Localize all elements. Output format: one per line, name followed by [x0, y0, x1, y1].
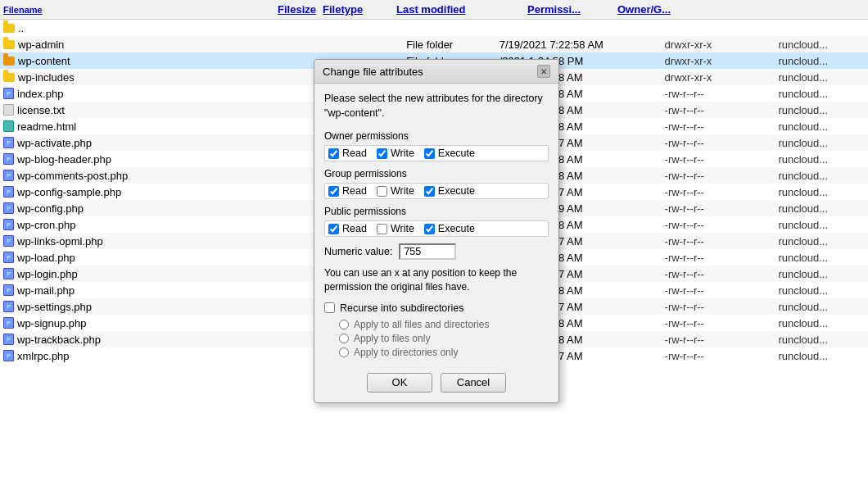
group-write-checkbox[interactable] [377, 186, 387, 197]
modal-body: Please select the new attributes for the… [314, 84, 558, 366]
cell-perms: -rw-r--r-- [662, 134, 775, 151]
owner-execute-check[interactable]: Execute [424, 148, 475, 159]
recurse-checkbox[interactable] [324, 302, 335, 313]
cell-filename: wp-content [0, 52, 320, 69]
cell-filename: wp-admin [0, 36, 320, 52]
owner-execute-label: Execute [438, 148, 475, 159]
radio-files-input[interactable] [339, 334, 349, 343]
php-icon: P [3, 317, 14, 329]
col-header-filename[interactable]: Filename [3, 5, 257, 15]
cell-perms: -rw-r--r-- [662, 298, 775, 315]
cell-filename: Pwp-comments-post.php [0, 167, 320, 184]
cell-owner: runcloud... [775, 102, 868, 118]
cell-perms: -rw-r--r-- [662, 282, 775, 298]
cell-filename: Pwp-activate.php [0, 134, 320, 151]
cell-perms: -rw-r--r-- [662, 266, 775, 282]
cell-owner: runcloud... [775, 216, 868, 233]
table-row[interactable]: .. [0, 20, 868, 36]
public-read-check[interactable]: Read [328, 223, 367, 234]
cell-perms: -rw-r--r-- [662, 347, 775, 364]
public-write-checkbox[interactable] [377, 224, 387, 234]
cell-filetype [403, 20, 496, 36]
group-write-label: Write [391, 185, 414, 197]
cell-modified [496, 20, 662, 36]
change-attributes-modal: Change file attributes ✕ Please select t… [314, 59, 559, 403]
owner-write-check[interactable]: Write [377, 148, 414, 159]
php-icon: P [3, 235, 14, 247]
cell-filesize [320, 36, 403, 52]
cell-filename: Pwp-cron.php [0, 216, 320, 233]
table-row[interactable]: wp-admin File folder 7/19/2021 7:22:58 A… [0, 36, 868, 52]
php-icon: P [3, 301, 14, 312]
cancel-button[interactable]: Cancel [441, 373, 506, 393]
recurse-label: Recurse into subdirectories [340, 302, 463, 314]
php-icon: P [3, 252, 14, 263]
public-perms-row: Read Write Execute [324, 220, 549, 237]
col-header-perms[interactable]: Permissi... [527, 3, 617, 16]
cell-perms: drwxr-xr-x [662, 69, 775, 85]
public-write-check[interactable]: Write [377, 223, 414, 234]
radio-dirs-label: Apply to directories only [354, 347, 458, 358]
cell-owner [775, 20, 868, 36]
folder-selected-icon [3, 57, 15, 66]
cell-owner: runcloud... [775, 36, 868, 52]
recurse-row: Recurse into subdirectories [324, 302, 549, 314]
cell-filename: Pwp-links-opml.php [0, 233, 320, 249]
cell-perms: -rw-r--r-- [662, 167, 775, 184]
public-execute-label: Execute [438, 223, 475, 234]
ok-button[interactable]: OK [367, 373, 432, 393]
owner-read-label: Read [342, 148, 367, 159]
php-icon: P [3, 170, 14, 181]
php-icon: P [3, 334, 14, 345]
public-read-checkbox[interactable] [328, 224, 339, 234]
col-header-filetype[interactable]: Filetype [323, 3, 396, 16]
radio-all-files-dirs[interactable]: Apply to all files and directories [339, 319, 549, 330]
group-read-check[interactable]: Read [328, 185, 367, 197]
php-icon: P [3, 186, 14, 198]
cell-owner: runcloud... [775, 298, 868, 315]
group-perms-label: Group permissions [324, 168, 549, 179]
group-perms-row: Read Write Execute [324, 183, 549, 199]
public-execute-checkbox[interactable] [424, 224, 435, 234]
owner-perms-row: Read Write Execute [324, 145, 549, 161]
close-button[interactable]: ✕ [537, 65, 550, 78]
public-execute-check[interactable]: Execute [424, 223, 475, 234]
php-icon: P [3, 88, 14, 99]
numeric-input[interactable] [399, 243, 456, 260]
col-header-filesize[interactable]: Filesize [257, 3, 323, 16]
group-execute-check[interactable]: Execute [424, 185, 475, 197]
folder-icon [3, 24, 15, 33]
folder-icon [3, 73, 15, 82]
radio-group: Apply to all files and directories Apply… [339, 319, 549, 358]
group-read-label: Read [342, 185, 367, 197]
owner-read-check[interactable]: Read [328, 148, 367, 159]
radio-dirs-input[interactable] [339, 347, 349, 357]
col-header-owner[interactable]: Owner/G... [617, 3, 691, 16]
radio-all-input[interactable] [339, 320, 349, 329]
cell-modified: 7/19/2021 7:22:58 AM [496, 36, 662, 52]
cell-perms: -rw-r--r-- [662, 151, 775, 167]
radio-files-only[interactable]: Apply to files only [339, 333, 549, 344]
cell-filename: Pwp-blog-header.php [0, 151, 320, 167]
owner-execute-checkbox[interactable] [424, 148, 435, 159]
cell-perms: -rw-r--r-- [662, 233, 775, 249]
cell-filetype: File folder [403, 36, 496, 52]
col-header-modified[interactable]: Last modified [396, 3, 527, 16]
group-execute-checkbox[interactable] [424, 186, 435, 197]
cell-filename: Pwp-login.php [0, 266, 320, 282]
txt-icon [3, 104, 14, 116]
php-icon: P [3, 137, 14, 148]
cell-filename: Pwp-load.php [0, 249, 320, 266]
public-read-label: Read [342, 223, 367, 234]
php-icon: P [3, 219, 14, 230]
cell-owner: runcloud... [775, 266, 868, 282]
owner-write-checkbox[interactable] [377, 148, 387, 159]
group-write-check[interactable]: Write [377, 185, 414, 197]
owner-read-checkbox[interactable] [328, 148, 339, 159]
group-read-checkbox[interactable] [328, 186, 339, 197]
cell-perms: drwxr-xr-x [662, 52, 775, 69]
php-icon: P [3, 202, 14, 214]
public-perms-section: Public permissions Read Write Execute [324, 206, 549, 237]
numeric-row: Numeric value: [324, 243, 549, 260]
radio-dirs-only[interactable]: Apply to directories only [339, 347, 549, 358]
